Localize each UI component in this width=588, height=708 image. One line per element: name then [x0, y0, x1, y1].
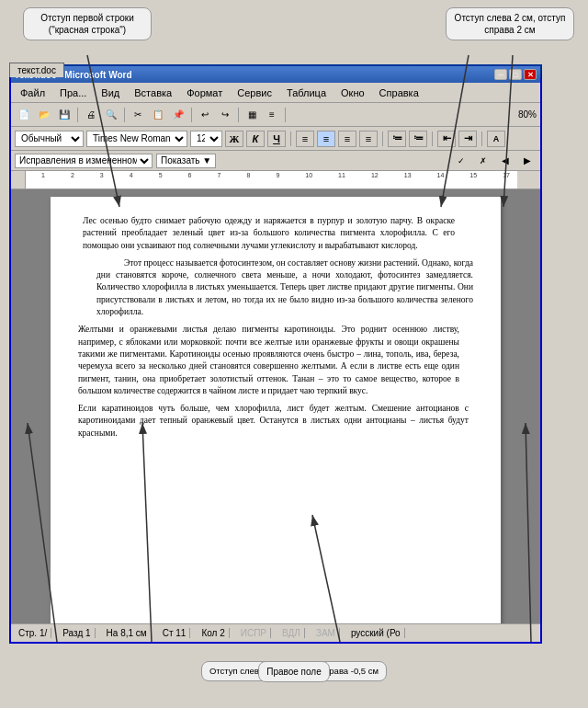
status-line: Ст 11	[159, 628, 191, 638]
minimize-button[interactable]: ─	[494, 69, 507, 80]
word-window: текст.doc - Microsoft Word ─ □ ✕ Файл Пр…	[9, 64, 542, 644]
document-page: Лес осенью будто снимает рабочую одежду …	[51, 197, 501, 623]
paragraph-1: Лес осенью будто снимает рабочую одежду …	[83, 215, 455, 252]
align-left-button[interactable]: ≡	[296, 131, 314, 147]
align-justify-button[interactable]: ≡	[359, 131, 378, 147]
menu-file[interactable]: Файл	[15, 86, 51, 100]
document-area[interactable]: Лес осенью будто снимает рабочую одежду …	[11, 189, 540, 623]
open-button[interactable]: 📂	[35, 106, 53, 124]
table-button[interactable]: ▦	[243, 106, 261, 124]
redo-button[interactable]: ↪	[216, 106, 234, 124]
track-changes-dropdown[interactable]: Исправления в измененном документе	[15, 154, 153, 168]
menu-help[interactable]: Справка	[374, 86, 424, 100]
style-dropdown[interactable]: Обычный	[15, 131, 84, 147]
show-button[interactable]: Показать ▼	[156, 154, 216, 168]
size-dropdown[interactable]: 12	[190, 131, 222, 147]
fmt-sep1	[290, 131, 291, 146]
decrease-indent-button[interactable]: ⇤	[437, 131, 456, 147]
columns-button[interactable]: ≡	[263, 106, 281, 124]
standard-toolbar: 📄 📂 💾 🖨 🔍 ✂ 📋 📌 ↩ ↪ ▦ ≡ 80%	[11, 103, 540, 127]
menu-format[interactable]: Формат	[181, 86, 228, 100]
annotation-first-line-indent: Отступ первой строки ("красная строка")	[23, 7, 152, 40]
align-center-button[interactable]: ≡	[317, 131, 335, 147]
align-right-button[interactable]: ≡	[338, 131, 356, 147]
status-page: Стр. 1/	[15, 628, 51, 638]
highlight-button[interactable]: A	[487, 131, 505, 147]
new-button[interactable]: 📄	[15, 106, 33, 124]
maximize-button[interactable]: □	[509, 69, 522, 80]
close-button[interactable]: ✕	[524, 69, 537, 80]
reject-change-button[interactable]: ✗	[474, 152, 492, 170]
cut-button[interactable]: ✂	[129, 106, 147, 124]
next-change-button[interactable]: ▶	[518, 152, 537, 170]
tab-label: текст.doc	[17, 65, 56, 75]
paste-button[interactable]: 📌	[169, 106, 187, 124]
fmt-sep3	[432, 131, 433, 146]
status-track: ИСПР	[237, 628, 271, 638]
font-dropdown[interactable]: Times New Roman	[86, 131, 187, 147]
ruler-right-margin	[517, 171, 540, 188]
zoom-value: 80%	[518, 109, 537, 120]
accept-change-button[interactable]: ✓	[452, 152, 470, 170]
toolbar-sep3	[191, 108, 192, 122]
underline-button[interactable]: Ч	[267, 131, 286, 147]
italic-button[interactable]: К	[246, 131, 265, 147]
status-col: Кол 2	[198, 628, 229, 638]
menu-edit[interactable]: Пра...	[54, 86, 92, 100]
status-lang: русский (Ро	[347, 628, 405, 638]
track-changes-bar: Исправления в измененном документе Показ…	[11, 151, 540, 171]
number-list-button[interactable]: ≔	[409, 131, 427, 147]
menu-table[interactable]: Таблица	[281, 86, 332, 100]
fmt-sep4	[481, 131, 482, 146]
status-section: Разд 1	[59, 628, 95, 638]
paragraph-2: Этот процесс называется фотосинтезом, он…	[96, 257, 473, 318]
increase-indent-button[interactable]: ⇥	[458, 131, 477, 147]
bullet-list-button[interactable]: ≔	[388, 131, 406, 147]
print-button[interactable]: 🖨	[82, 106, 100, 124]
status-position: На 8,1 см	[103, 628, 152, 638]
annotation-right-margin: Правое поле	[258, 661, 330, 682]
menu-insert[interactable]: Вставка	[129, 86, 177, 100]
toolbar-sep4	[238, 108, 239, 122]
annotation-left-right-indent: Отступ слева 2 см, отступ справа 2 см	[446, 7, 574, 40]
status-select: ВДЛ	[278, 628, 305, 638]
toolbar-sep2	[124, 108, 125, 122]
paragraph-4: Если каратиноидов чуть больше, чем хлоро…	[78, 403, 469, 440]
status-replace: ЗАМ	[312, 628, 340, 638]
menu-view[interactable]: Вид	[96, 86, 125, 100]
undo-button[interactable]: ↩	[196, 106, 214, 124]
window-controls: ─ □ ✕	[494, 69, 537, 80]
toolbar-sep1	[77, 108, 78, 122]
ruler-content: 1 2 3 4 5 6 7 8 9 10 11 12 13 14 15 17	[25, 171, 526, 188]
bottom-labels: Левое поле Выступ первой строки ("висяча…	[0, 639, 588, 703]
menu-bar: Файл Пра... Вид Вставка Формат Сервис Та…	[11, 83, 540, 103]
preview-button[interactable]: 🔍	[102, 106, 120, 124]
toolbar-sep5	[285, 108, 286, 122]
save-button[interactable]: 💾	[55, 106, 74, 124]
menu-window[interactable]: Окно	[335, 86, 370, 100]
copy-button[interactable]: 📋	[149, 106, 167, 124]
format-toolbar: Обычный Times New Roman 12 Ж К Ч ≡ ≡ ≡ ≡…	[11, 127, 540, 151]
prev-change-button[interactable]: ◀	[496, 152, 514, 170]
title-bar: текст.doc - Microsoft Word ─ □ ✕	[11, 66, 540, 83]
bold-button[interactable]: Ж	[225, 131, 243, 147]
ruler: 1 2 3 4 5 6 7 8 9 10 11 12 13 14 15 17	[11, 171, 540, 189]
fmt-sep2	[382, 131, 383, 146]
paragraph-3: Желтыми и оранжевыми листья делаю пигмен…	[78, 324, 459, 397]
document-tab[interactable]: текст.doc	[9, 63, 64, 77]
ruler-numbers: 1 2 3 4 5 6 7 8 9 10 11 12 13 14 15 17	[40, 171, 512, 179]
menu-tools[interactable]: Сервис	[232, 86, 277, 100]
